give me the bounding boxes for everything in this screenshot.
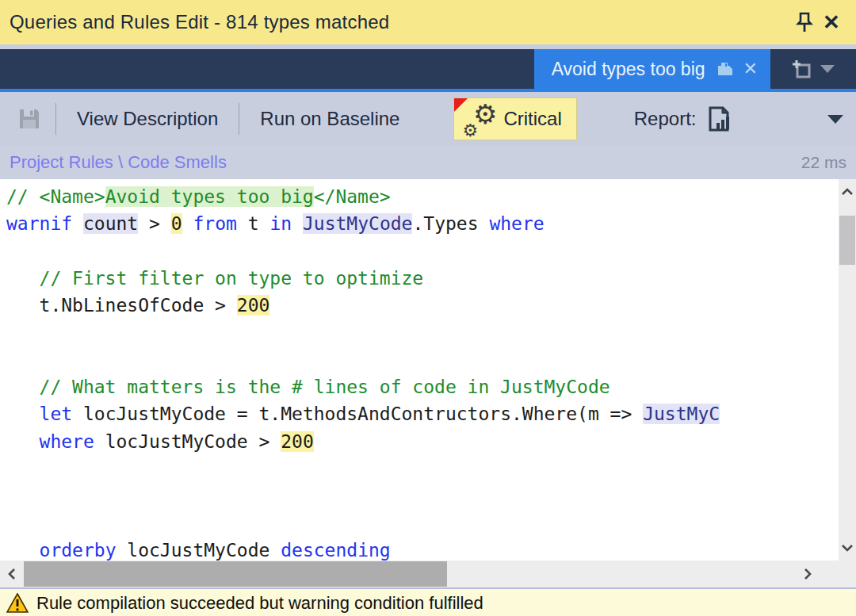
horizontal-scrollbar[interactable]: [0, 561, 856, 587]
tab-strip: Avoid types too big ✕: [0, 49, 856, 92]
pin-icon[interactable]: [791, 9, 818, 36]
vertical-scrollbar[interactable]: [839, 179, 856, 561]
code-line: // <Name>Avoid types too big</Name>: [6, 183, 839, 210]
code-line: // First filter on type to optimize: [6, 265, 839, 292]
code-line: t.NbLinesOfCode > 200: [6, 292, 839, 319]
code-editor[interactable]: // <Name>Avoid types too big</Name>warni…: [0, 179, 856, 561]
critical-label: Critical: [503, 108, 561, 130]
scroll-right-icon[interactable]: [796, 561, 820, 587]
toolbar-overflow-caret-icon[interactable]: [827, 115, 843, 124]
tabstrip-right-controls: [770, 49, 856, 89]
code-line: [6, 510, 839, 537]
breadcrumb[interactable]: Project Rules \ Code Smells: [10, 152, 227, 173]
code-line: orderby locJustMyCode descending: [6, 537, 839, 561]
toolbar-separator: [239, 103, 239, 135]
code-line: [6, 238, 839, 265]
query-elapsed-time: 22 ms: [801, 153, 846, 172]
toolbar-separator: [55, 103, 56, 135]
code-line: warnif count > 0 from t in JustMyCode.Ty…: [6, 210, 839, 237]
code-line: [6, 346, 839, 373]
status-bar: Rule compilation succeeded but warning c…: [0, 587, 856, 616]
code-line: // What matters is the # lines of code i…: [6, 373, 839, 400]
code-line: [6, 455, 839, 482]
code-area[interactable]: // <Name>Avoid types too big</Name>warni…: [0, 183, 839, 561]
tab-save-icon[interactable]: [715, 61, 734, 77]
title-bar: Queries and Rules Edit - 814 types match…: [0, 0, 856, 44]
warning-triangle-icon: [6, 593, 29, 614]
status-message: Rule compilation succeeded but warning c…: [36, 593, 483, 614]
code-line: let locJustMyCode = t.MethodsAndContruct…: [6, 400, 839, 427]
gears-icon: ⚙ ⚙: [464, 103, 495, 135]
scroll-down-icon[interactable]: [841, 543, 854, 553]
horizontal-scroll-thumb[interactable]: [24, 561, 447, 587]
tab-label: Avoid types too big: [552, 59, 705, 80]
code-line: [6, 319, 839, 346]
close-icon[interactable]: ✕: [818, 9, 845, 36]
save-floppy-icon[interactable]: [17, 107, 41, 131]
close-glyph: ✕: [823, 12, 840, 33]
new-query-tab-icon[interactable]: [792, 59, 812, 79]
code-line: where locJustMyCode > 200: [6, 428, 839, 455]
report-label: Report:: [634, 108, 697, 130]
vertical-scroll-thumb[interactable]: [839, 216, 855, 265]
tab-close-icon[interactable]: ✕: [743, 60, 758, 78]
scroll-up-icon[interactable]: [841, 187, 854, 197]
toolbar: View Description Run on Baseline ⚙ ⚙ Cri…: [0, 92, 856, 146]
code-line: [6, 482, 839, 509]
report-group: Report:: [634, 105, 733, 132]
queries-rules-edit-window: Queries and Rules Edit - 814 types match…: [0, 0, 856, 616]
tab-avoid-types-too-big[interactable]: Avoid types too big ✕: [534, 49, 770, 89]
critical-toggle-button[interactable]: ⚙ ⚙ Critical: [453, 98, 576, 140]
tab-list-caret-icon[interactable]: [820, 65, 835, 73]
report-chart-icon[interactable]: [705, 105, 732, 132]
window-title: Queries and Rules Edit - 814 types match…: [10, 11, 389, 33]
view-description-button[interactable]: View Description: [71, 103, 224, 135]
scroll-left-icon[interactable]: [0, 561, 24, 587]
run-on-baseline-button[interactable]: Run on Baseline: [254, 103, 406, 135]
tabstrip-empty-area: [0, 49, 534, 89]
horizontal-scroll-track[interactable]: [24, 561, 780, 587]
breadcrumb-bar: Project Rules \ Code Smells 22 ms: [0, 146, 856, 179]
pin-icon-glyph: [796, 12, 813, 33]
